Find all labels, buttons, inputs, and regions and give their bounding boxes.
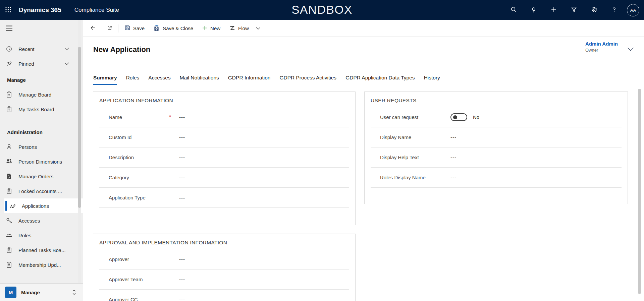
- clock-icon: [5, 45, 13, 53]
- chevron-down-icon: [64, 62, 69, 65]
- sidebar-scrollbar-thumb[interactable]: [78, 47, 81, 208]
- chevron-down-icon: [64, 48, 69, 51]
- sidebar-group-manage: Manage: [0, 72, 83, 87]
- sidebar-item-manage-board[interactable]: Manage Board: [0, 87, 83, 102]
- key-icon: [5, 217, 13, 224]
- brand-title[interactable]: Dynamics 365: [19, 6, 61, 14]
- sidebar-item-label: Pinned: [18, 61, 34, 67]
- chevron-down-icon: [256, 26, 260, 31]
- field-row-roles-display-name: Roles Display Name ---: [371, 168, 622, 188]
- plus-icon: [550, 6, 557, 14]
- form-body: APPLICATION INFORMATION Name * --- Custo…: [83, 85, 644, 301]
- save-close-label: Save & Close: [163, 25, 193, 31]
- application-information-card: APPLICATION INFORMATION Name * --- Custo…: [93, 92, 356, 225]
- field-value[interactable]: ---: [179, 297, 185, 301]
- sidebar-item-persons[interactable]: Persons: [0, 139, 83, 154]
- popout-icon: [107, 25, 113, 32]
- field-row-application-type: Application Type ---: [99, 188, 349, 208]
- flow-button[interactable]: Flow: [225, 22, 253, 35]
- create-new-button[interactable]: [544, 0, 564, 20]
- field-value[interactable]: ---: [179, 134, 185, 140]
- field-label: Custom Id: [109, 134, 131, 140]
- sidebar-item-applications[interactable]: Applications: [0, 198, 83, 213]
- command-bar: Save Save & Close New: [83, 20, 644, 37]
- sitemap-sidebar: Recent Pinned Manage: [0, 20, 83, 301]
- sidebar-item-membership-updates[interactable]: Membership Upd...: [0, 257, 83, 272]
- help-button[interactable]: [604, 0, 624, 20]
- app-launcher-button[interactable]: [0, 0, 16, 20]
- field-label: Display Help Text: [380, 155, 419, 160]
- field-row-description: Description ---: [99, 147, 349, 168]
- sidebar-item-label: Recent: [18, 46, 35, 52]
- new-label: New: [210, 25, 220, 31]
- owner-info: Admin Admin Owner: [585, 41, 618, 53]
- settings-button[interactable]: [584, 0, 604, 20]
- tab-gdpr-process-activities[interactable]: GDPR Process Activities: [279, 75, 336, 85]
- card-title: APPLICATION INFORMATION: [93, 92, 355, 107]
- sidebar-item-planned-tasks-board[interactable]: Planned Tasks Boa...: [0, 243, 83, 257]
- tab-roles[interactable]: Roles: [126, 75, 140, 85]
- sidebar-item-manage-orders[interactable]: Manage Orders: [0, 169, 83, 184]
- sidebar-item-label: Applications: [22, 203, 49, 209]
- tab-gdpr-application-data-types[interactable]: GDPR Application Data Types: [345, 75, 415, 85]
- gear-icon: [591, 6, 598, 14]
- sidebar-item-label: Membership Upd...: [18, 262, 61, 268]
- flow-dropdown-chevron[interactable]: [253, 22, 263, 35]
- user-avatar[interactable]: AA: [627, 4, 639, 16]
- card-title: APPROVAL AND IMPLEMENTATION INFORMATION: [93, 234, 355, 249]
- main-scrollbar-thumb[interactable]: [638, 89, 641, 294]
- sidebar-item-pinned[interactable]: Pinned: [0, 56, 83, 71]
- sidebar-item-label: Manage Board: [18, 92, 51, 98]
- command-bar-separator: [118, 24, 118, 33]
- tab-history[interactable]: History: [424, 75, 440, 85]
- field-value[interactable]: ---: [179, 114, 185, 120]
- back-button[interactable]: [86, 22, 99, 35]
- search-button[interactable]: [503, 0, 524, 20]
- app-name[interactable]: Compliance Suite: [74, 7, 119, 13]
- sidebar-item-my-tasks-board[interactable]: My Tasks Board: [0, 102, 83, 117]
- top-nav-bar: Dynamics 365 Compliance Suite SANDBOX: [0, 0, 644, 20]
- pin-icon: [5, 60, 13, 67]
- owner-widget: Admin Admin Owner: [585, 41, 634, 53]
- popout-button[interactable]: [103, 22, 116, 35]
- sidebar-item-recent[interactable]: Recent: [0, 42, 83, 56]
- approval-information-card: APPROVAL AND IMPLEMENTATION INFORMATION …: [93, 234, 356, 301]
- search-icon: [510, 6, 517, 14]
- area-badge: M: [5, 287, 16, 298]
- sidebar-item-roles[interactable]: Roles: [0, 228, 83, 243]
- field-label: Category: [109, 175, 129, 180]
- applications-icon: [9, 202, 16, 209]
- main-content: Save Save & Close New: [83, 20, 644, 301]
- back-arrow-icon: [90, 25, 96, 32]
- help-icon: [611, 6, 618, 14]
- sidebar-item-person-dimensions[interactable]: Person Dimensions: [0, 154, 83, 169]
- header-expand-chevron[interactable]: [627, 47, 634, 51]
- new-button[interactable]: New: [198, 22, 225, 35]
- user-can-request-toggle[interactable]: [450, 113, 467, 121]
- field-value[interactable]: ---: [179, 175, 185, 180]
- suggestions-button[interactable]: [524, 0, 544, 20]
- tab-accesses[interactable]: Accesses: [148, 75, 170, 85]
- tab-mail-notifications[interactable]: Mail Notifications: [180, 75, 219, 85]
- sitemap-collapse-button[interactable]: [5, 25, 13, 32]
- tab-gdpr-information[interactable]: GDPR Information: [228, 75, 271, 85]
- field-value[interactable]: ---: [450, 134, 457, 140]
- save-and-close-button[interactable]: Save & Close: [149, 22, 198, 35]
- sidebar-item-accesses[interactable]: Accesses: [0, 213, 83, 228]
- owner-name-link[interactable]: Admin Admin: [585, 41, 618, 47]
- save-button[interactable]: Save: [120, 22, 149, 35]
- field-label: Roles Display Name: [380, 175, 426, 180]
- tab-summary[interactable]: Summary: [93, 75, 117, 85]
- field-value[interactable]: ---: [450, 175, 457, 180]
- sidebar-item-locked-accounts[interactable]: Locked Accounts ...: [0, 184, 83, 198]
- field-value[interactable]: ---: [179, 277, 185, 282]
- field-value[interactable]: ---: [179, 256, 185, 262]
- field-value[interactable]: ---: [179, 195, 185, 200]
- board-icon: [5, 246, 13, 254]
- field-value[interactable]: ---: [179, 155, 185, 160]
- field-value[interactable]: ---: [450, 155, 457, 160]
- chevron-updown-icon: [71, 289, 77, 296]
- area-switcher[interactable]: M Manage: [0, 283, 83, 301]
- filter-button[interactable]: [564, 0, 584, 20]
- field-label: Approver Team: [109, 277, 143, 282]
